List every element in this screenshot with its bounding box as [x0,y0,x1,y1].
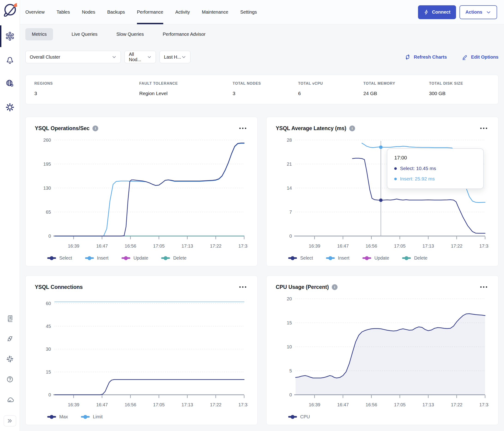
legend-label: Limit [93,414,103,420]
edit-options-link[interactable]: Edit Options [462,54,498,60]
svg-text:17:05: 17:05 [394,402,405,407]
refresh-charts-link[interactable]: Refresh Charts [405,54,447,60]
legend-item-cpu[interactable]: CPU [288,414,310,420]
legend-label: Delete [173,256,187,261]
summary-value: 3 [34,91,139,96]
chart-title: YSQL Connections [35,284,83,290]
sidebar-collapse-button[interactable] [4,415,16,426]
yugabyte-logo[interactable] [2,1,18,18]
summary-value: 3 [233,91,298,96]
sidebar-item-cloud[interactable] [0,393,20,407]
legend-label: Delete [414,256,427,261]
chart-body: 06513019526016:3916:4716:5617:0517:1317:… [35,134,248,255]
actions-label: Actions [466,9,482,15]
summary-label: TOTAL MEMORY [363,82,429,86]
legend-item-select[interactable]: Select [288,256,313,261]
chart-title: CPU Usage (Percent) [276,284,329,290]
legend-item-delete[interactable]: Delete [402,256,427,261]
chart-legend: MaxLimit [47,414,248,420]
edit-options-label: Edit Options [471,55,498,60]
actions-button[interactable]: Actions [459,5,497,19]
info-icon[interactable]: i [92,126,98,131]
series-max [55,380,244,395]
chart-tooltip: 17:00 Select: 10.45 ms Insert: 25.92 ms [387,148,484,189]
chart-canvas: 0510152016:3916:4716:5617:0517:1317:2217… [276,292,489,412]
help-icon [6,375,14,384]
chevron-down-icon [112,55,117,59]
sidebar-item-docs[interactable] [0,312,20,325]
chart-menu-button[interactable] [237,125,248,132]
ellipsis-icon [239,127,247,129]
tab-tables[interactable]: Tables [56,0,70,24]
svg-text:16:47: 16:47 [337,243,349,248]
legend-item-update[interactable]: Update [362,256,389,261]
sidebar-nav [0,29,20,115]
svg-text:14: 14 [287,185,292,191]
cluster-select[interactable]: Overall Cluster [25,51,121,63]
svg-text:16:47: 16:47 [96,402,108,407]
svg-text:17:33: 17:33 [479,402,489,407]
summary-regions: REGIONS 3 [34,82,139,96]
subtab-performance-advisor[interactable]: Performance Advisor [162,28,206,40]
chart-canvas: 06513019526016:3916:4716:5617:0517:1317:… [35,134,248,254]
sidebar-item-clusters[interactable] [0,29,20,44]
tab-overview[interactable]: Overview [25,0,45,24]
chart-canvas: 01530456016:3916:4716:5617:0517:1317:221… [35,292,248,412]
legend-item-insert[interactable]: Insert [326,256,350,261]
legend-item-update[interactable]: Update [122,256,148,261]
svg-text:0: 0 [48,392,51,397]
summary-value: 24 GB [363,91,429,96]
chart-menu-button[interactable] [478,284,489,291]
subtab-metrics[interactable]: Metrics [25,28,53,40]
sidebar-item-network[interactable] [0,76,20,91]
chart-body: 0510152016:3916:4716:5617:0517:1317:2217… [276,292,489,413]
tab-backups[interactable]: Backups [107,0,125,24]
svg-text:20: 20 [287,296,292,301]
tab-settings[interactable]: Settings [240,0,257,24]
legend-item-delete[interactable]: Delete [161,256,187,261]
sidebar-item-integrations[interactable] [0,332,20,346]
connect-label: Connect [432,9,450,15]
series-insert [55,143,244,236]
nav-actions: Connect Actions [418,0,497,24]
sidebar-item-alerts[interactable] [0,53,20,67]
legend-item-select[interactable]: Select [47,256,72,261]
svg-text:17:33: 17:33 [238,402,248,407]
summary-value: 6 [298,91,363,96]
main-content: Overview Tables Nodes Backups Performanc… [20,0,504,431]
time-range-select[interactable]: Last H... [160,51,190,63]
nodes-select[interactable]: All Nod... [125,51,156,63]
tab-maintenance[interactable]: Maintenance [202,0,228,24]
sidebar-item-settings[interactable] [0,100,20,115]
summary-label: TOTAL DISK SIZE [429,82,489,86]
legend-item-limit[interactable]: Limit [81,414,103,420]
chart-title: YSQL Average Latency (ms) [276,125,346,131]
info-icon[interactable]: i [349,126,355,131]
subtab-live-queries[interactable]: Live Queries [71,28,98,40]
chart-header: YSQL Connections [35,282,248,292]
sidebar-bottom [0,312,20,431]
chart-menu-button[interactable] [478,125,489,132]
tab-activity[interactable]: Activity [175,0,190,24]
legend-item-max[interactable]: Max [47,414,68,420]
chart-legend: SelectInsertUpdateDelete [288,256,489,261]
subtab-slow-queries[interactable]: Slow Queries [116,28,144,40]
svg-text:17:13: 17:13 [181,402,193,407]
summary-value: 300 GB [429,91,489,96]
legend-item-insert[interactable]: Insert [85,256,108,261]
chart-menu-button[interactable] [237,284,248,291]
chart-title: YSQL Operations/Sec [35,125,90,131]
svg-text:15: 15 [287,320,292,325]
svg-text:17:22: 17:22 [451,243,462,248]
sidebar-item-help[interactable] [0,372,20,386]
connect-button[interactable]: Connect [418,5,456,19]
svg-text:65: 65 [46,210,51,215]
summary-label: FAULT TOLERANCE [139,82,233,86]
tab-performance[interactable]: Performance [137,0,163,24]
sidebar-item-slack[interactable] [0,352,20,366]
chart-card-ysql-operations: YSQL Operations/Sec i 06513019526016:391… [25,117,258,266]
chart-body: 0714212816:3916:4716:5617:0517:1317:2217… [276,134,489,255]
tab-nodes[interactable]: Nodes [82,0,95,24]
info-icon[interactable]: i [332,284,338,290]
chart-header: YSQL Operations/Sec i [35,123,248,133]
